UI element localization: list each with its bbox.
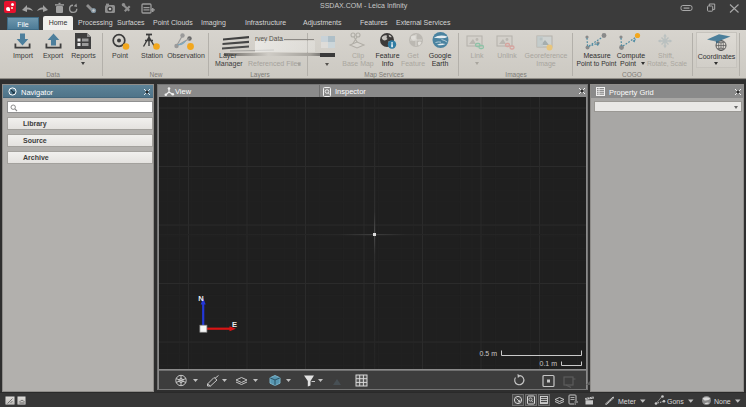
svg-text:E: E — [232, 320, 237, 329]
svg-text:Meter: Meter — [618, 398, 637, 405]
svg-text:Gons: Gons — [667, 398, 684, 405]
svg-text:N: N — [198, 294, 203, 303]
svg-text:0.1 m: 0.1 m — [539, 360, 557, 367]
svg-text:0.5 m: 0.5 m — [479, 350, 497, 357]
svg-text:None: None — [714, 398, 731, 405]
